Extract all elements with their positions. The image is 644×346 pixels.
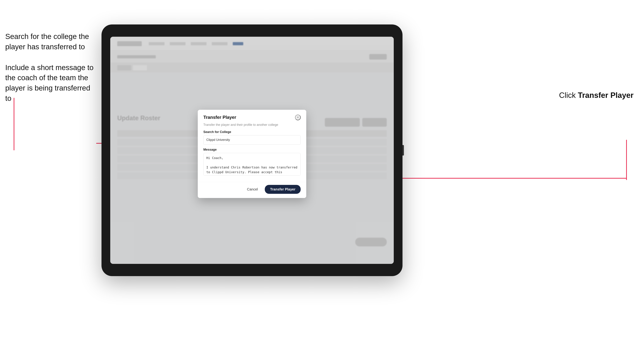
- cancel-button[interactable]: Cancel: [244, 185, 261, 193]
- modal-body: Transfer the player and their profile to…: [198, 123, 306, 180]
- transfer-player-modal: Transfer Player × Transfer the player an…: [198, 110, 306, 198]
- annotation-right: Click Transfer Player: [559, 91, 634, 100]
- message-label: Message: [203, 148, 301, 152]
- modal-subtitle: Transfer the player and their profile to…: [203, 123, 301, 127]
- modal-footer: Cancel Transfer Player: [198, 182, 306, 198]
- tablet-device: Update Roster Tra: [102, 24, 402, 276]
- annotation-transfer-bold: Transfer Player: [578, 91, 634, 99]
- annotation-message-text: Include a short message to the coach of …: [5, 63, 96, 104]
- college-label: Search for College: [203, 130, 301, 134]
- message-textarea[interactable]: Hi Coach, I understand Chris Robertson h…: [203, 153, 301, 176]
- annotation-left: Search for the college the player has tr…: [5, 31, 96, 104]
- tablet-side-button: [402, 145, 404, 156]
- modal-title: Transfer Player: [203, 115, 236, 120]
- modal-overlay: Transfer Player × Transfer the player an…: [110, 37, 394, 264]
- annotation-search-text: Search for the college the player has tr…: [5, 31, 96, 52]
- college-search-input[interactable]: [203, 135, 301, 145]
- modal-header: Transfer Player ×: [198, 110, 306, 123]
- transfer-player-button[interactable]: Transfer Player: [265, 185, 301, 194]
- modal-close-button[interactable]: ×: [295, 115, 301, 120]
- tablet-screen: Update Roster Tra: [110, 37, 394, 264]
